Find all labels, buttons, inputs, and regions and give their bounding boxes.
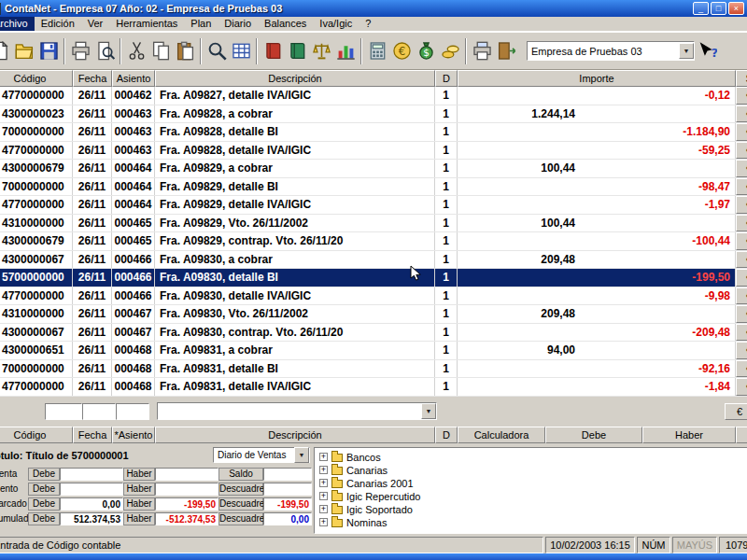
cell-code: 4770000000 bbox=[0, 87, 73, 105]
expand-plus-icon[interactable] bbox=[319, 453, 328, 461]
cell-date: 26/11 bbox=[73, 123, 112, 141]
grid-row-13[interactable]: 430000006726/11000467Fra. A09830, contra… bbox=[0, 324, 747, 343]
cell-date: 26/11 bbox=[73, 196, 112, 214]
entry-header-fecha[interactable]: Fecha bbox=[73, 427, 112, 443]
toolbar-exit-door-button[interactable] bbox=[494, 36, 518, 66]
maximize-icon[interactable]: □ bbox=[711, 2, 726, 15]
tree-item-igic-soportado[interactable]: Igic Soportado bbox=[319, 503, 747, 516]
toolbar-printer-report-button[interactable] bbox=[470, 36, 494, 66]
tree-item-igic-repercutido[interactable]: Igic Repercutido bbox=[319, 490, 747, 503]
menu-item-ver[interactable]: Ver bbox=[81, 17, 110, 31]
journal-combobox[interactable]: Diario de Ventas bbox=[213, 447, 310, 463]
grid-row-14[interactable]: 430000065126/11000468Fra. A09831, a cobr… bbox=[0, 342, 747, 360]
debit-amount: 209,48 bbox=[458, 307, 575, 320]
column-header-importe[interactable]: Importe bbox=[458, 70, 736, 87]
grid-row-10[interactable]: 570000000026/11000466Fra. A09830, detall… bbox=[0, 269, 747, 287]
entry-header-calculadora[interactable]: Calculadora bbox=[458, 427, 545, 443]
expand-plus-icon[interactable] bbox=[319, 505, 328, 513]
toolbar-cut-scissors-button[interactable] bbox=[124, 36, 148, 66]
entry-header-asiento[interactable]: *Asiento bbox=[112, 427, 155, 443]
entry-header-d[interactable]: D bbox=[435, 427, 458, 443]
column-header-fecha[interactable]: Fecha bbox=[73, 70, 112, 87]
toolbar-open-folder-button[interactable] bbox=[12, 36, 36, 66]
close-icon[interactable]: × bbox=[728, 2, 744, 15]
tree-item-bancos[interactable]: Bancos bbox=[319, 451, 747, 464]
stat-value bbox=[155, 468, 218, 481]
expand-plus-icon[interactable] bbox=[319, 518, 328, 526]
cell-code: 4770000000 bbox=[0, 378, 73, 396]
column-header-currency[interactable]: $ bbox=[736, 70, 747, 87]
column-header-codigo[interactable]: Código bbox=[0, 70, 73, 87]
chevron-down-icon[interactable] bbox=[294, 447, 309, 463]
toolbar-coins-button[interactable] bbox=[438, 36, 462, 66]
grid-row-11[interactable]: 477000000026/11000466Fra. A09830, detall… bbox=[0, 287, 747, 306]
column-header-asiento[interactable]: Asiento bbox=[112, 70, 155, 87]
chevron-down-icon[interactable] bbox=[679, 43, 694, 59]
tree-item-canarias-2001[interactable]: Canarias 2001 bbox=[319, 477, 747, 490]
column-header-descripcion[interactable]: Descripción bbox=[155, 70, 435, 87]
toolbar-print-button[interactable] bbox=[68, 36, 92, 66]
toolbar-table-grid-button[interactable] bbox=[229, 36, 253, 66]
grid-row-2[interactable]: 700000000026/11000463Fra. A09828, detall… bbox=[0, 123, 747, 142]
cell-d: 1 bbox=[435, 196, 458, 214]
menu-item-edicion[interactable]: Edición bbox=[35, 17, 81, 31]
minimize-icon[interactable]: _ bbox=[693, 2, 709, 15]
stat-row-label: Cuenta bbox=[0, 469, 28, 479]
entry-code-input[interactable] bbox=[45, 403, 82, 420]
menu-item-balances[interactable]: Balances bbox=[258, 17, 313, 31]
entry-header-haber[interactable]: Haber bbox=[642, 427, 736, 443]
toolbar-save-disk-button[interactable] bbox=[36, 36, 61, 66]
entry-asiento-input[interactable] bbox=[116, 403, 149, 420]
toolbar-calculator-button[interactable] bbox=[365, 36, 389, 66]
expand-plus-icon[interactable] bbox=[319, 466, 328, 474]
grid-row-12[interactable]: 431000000026/11000467Fra. A09830, Vto. 2… bbox=[0, 305, 747, 324]
grid-row-9[interactable]: 430000006726/11000466Fra. A09830, a cobr… bbox=[0, 251, 747, 270]
stat-value: 0,00 bbox=[263, 512, 312, 525]
tree-item-canarias[interactable]: Canarias bbox=[319, 464, 747, 477]
menu-item-herramientas[interactable]: Herramientas bbox=[109, 17, 184, 31]
column-header-d[interactable]: D bbox=[435, 70, 458, 87]
tree-item-nominas[interactable]: Nominas bbox=[319, 516, 747, 529]
toolbar-context-help-button[interactable]: ? bbox=[695, 36, 719, 66]
entry-header-descripcion[interactable]: Descripción bbox=[155, 427, 435, 443]
toolbar-new-document-button[interactable] bbox=[0, 36, 12, 66]
toolbar-balance-scales-button[interactable] bbox=[309, 36, 333, 66]
grid-row-8[interactable]: 430000067926/11000465Fra. A09829, contra… bbox=[0, 232, 747, 251]
toolbar-ledger-book-button[interactable] bbox=[285, 36, 309, 66]
toolbar-copy-pages-button[interactable] bbox=[148, 36, 173, 66]
chevron-down-icon[interactable] bbox=[421, 403, 436, 419]
toolbar-paste-clipboard-button[interactable] bbox=[173, 36, 197, 66]
grid-row-6[interactable]: 477000000026/11000464Fra. A09829, detall… bbox=[0, 196, 747, 215]
menu-item-help[interactable]: ? bbox=[359, 17, 377, 31]
entry-header-codigo[interactable]: Código bbox=[0, 427, 73, 443]
toolbar-euro-coin-button[interactable]: € bbox=[389, 36, 414, 66]
menu-item-archivo[interactable]: Archivo bbox=[0, 17, 35, 31]
company-combobox[interactable]: Empresa de Pruebas 03 bbox=[527, 41, 695, 61]
menu-item-diario[interactable]: Diario bbox=[218, 17, 258, 31]
entry-fecha-input[interactable] bbox=[82, 403, 116, 420]
toolbar-diary-book-button[interactable] bbox=[261, 36, 285, 66]
grid-row-15[interactable]: 700000000026/11000468Fra. A09831, detall… bbox=[0, 360, 747, 379]
grid-row-0[interactable]: 477000000026/11000462Fra. A09827, detall… bbox=[0, 87, 747, 105]
toolbar-bar-chart-button[interactable] bbox=[333, 36, 358, 66]
menu-item-plan[interactable]: Plan bbox=[184, 17, 218, 31]
cell-desc: Fra. A09828, detalle BI bbox=[155, 123, 435, 141]
toolbar-money-bag-button[interactable]: $ bbox=[414, 36, 438, 66]
entry-description-combo[interactable] bbox=[157, 402, 437, 420]
grid-row-3[interactable]: 477000000026/11000463Fra. A09828, detall… bbox=[0, 142, 747, 161]
entry-header-debe[interactable]: Debe bbox=[545, 427, 642, 443]
grid-row-5[interactable]: 700000000026/11000464Fra. A09829, detall… bbox=[0, 178, 747, 197]
grid-row-7[interactable]: 431000000026/11000465Fra. A09829, Vto. 2… bbox=[0, 215, 747, 233]
menu-item-iva-igic[interactable]: Iva/Igic bbox=[313, 17, 359, 31]
grid-row-16[interactable]: 477000000026/11000468Fra. A09831, detall… bbox=[0, 378, 747, 397]
toolbar-search-magnifier-button[interactable] bbox=[204, 36, 229, 66]
currency-cell: € bbox=[736, 251, 747, 269]
grid-row-1[interactable]: 430000002326/11000463Fra. A09828, a cobr… bbox=[0, 105, 747, 124]
grid-row-4[interactable]: 430000067926/11000464Fra. A09829, a cobr… bbox=[0, 160, 747, 178]
bar-chart-icon bbox=[336, 41, 356, 61]
toolbar-print-preview-button[interactable] bbox=[92, 36, 117, 66]
tree-item-label: Bancos bbox=[346, 452, 381, 463]
expand-plus-icon[interactable] bbox=[319, 492, 328, 500]
expand-plus-icon[interactable] bbox=[319, 479, 328, 487]
taskbar[interactable] bbox=[0, 553, 747, 560]
